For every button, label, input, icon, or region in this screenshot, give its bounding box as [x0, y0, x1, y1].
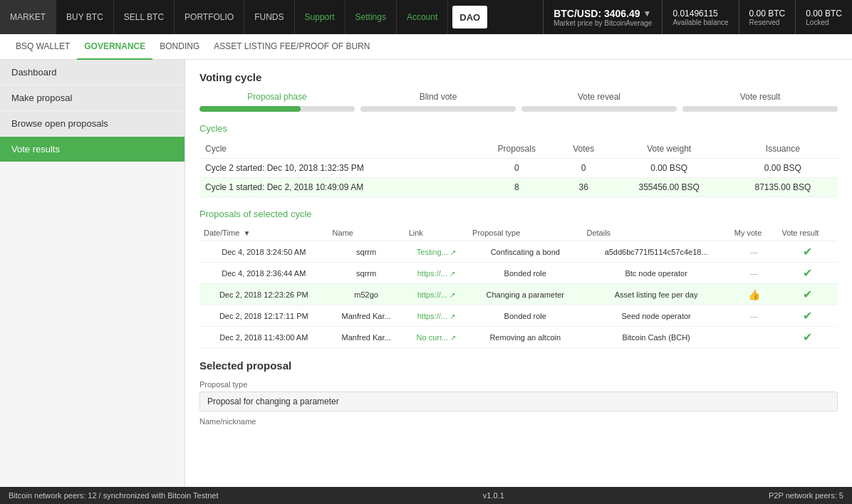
nav-portfolio[interactable]: PORTFOLIO: [175, 0, 244, 34]
proposal-type-label: Proposal type: [199, 380, 838, 389]
p1-voteresult: ✔: [777, 241, 838, 263]
col-header-issuance: Issuance: [728, 140, 838, 159]
p5-myvote: [730, 327, 778, 348]
cycle-2-proposals: 8: [477, 178, 557, 197]
p4-link[interactable]: https://... ↗: [405, 305, 468, 327]
p3-date: Dec 2, 2018 12:23:26 PM: [199, 284, 328, 305]
proposal-row-3[interactable]: Dec 2, 2018 12:23:26 PM m52go https://..…: [199, 284, 838, 305]
p1-link[interactable]: Testing... ↗: [405, 241, 468, 263]
p1-details: a5dd6bc771f5114c57c4e18...: [582, 241, 729, 263]
locked-section: 0.00 BTC Locked: [795, 0, 852, 34]
p2-details: Btc node operator: [582, 263, 729, 284]
cycle-1-issuance: 0.00 BSQ: [728, 159, 838, 178]
col-header-proposals: Proposals: [477, 140, 557, 159]
p5-date: Dec 2, 2018 11:43:00 AM: [199, 327, 328, 348]
proposal-row-2[interactable]: Dec 4, 2018 2:36:44 AM sqrrm https://...…: [199, 263, 838, 284]
col-proposal-type: Proposal type: [468, 225, 582, 241]
tab-bsq-wallet[interactable]: BSQ WALLET: [9, 34, 77, 60]
col-link: Link: [405, 225, 468, 241]
btc-price: BTC/USD: 3406.49: [554, 8, 640, 19]
nav-market[interactable]: MARKET: [0, 0, 56, 34]
col-header-voteweight: Vote weight: [611, 140, 728, 159]
cycle-phases: Proposal phase Blind vote Vote reveal Vo…: [199, 92, 838, 112]
p1-type: Confiscating a bond: [468, 241, 582, 263]
phase-vote-reveal: Vote reveal: [521, 92, 677, 112]
nav-account[interactable]: Account: [397, 0, 448, 34]
proposals-title: Proposals of selected cycle: [199, 209, 838, 219]
proposals-section: Proposals of selected cycle Date/Time ▼ …: [199, 209, 838, 348]
main-layout: Dashboard Make proposal Browse open prop…: [0, 60, 852, 487]
p5-details: Bitcoin Cash (BCH): [582, 327, 729, 348]
p3-details: Asset listing fee per day: [582, 284, 729, 305]
dao-button[interactable]: DAO: [452, 6, 487, 28]
locked-label: Locked: [806, 19, 842, 26]
price-arrow: ▼: [643, 9, 652, 19]
p4-date: Dec 2, 2018 12:17:11 PM: [199, 305, 328, 327]
phase-vote-result: Vote result: [682, 92, 838, 112]
phase-blind-label: Blind vote: [360, 92, 516, 102]
p3-link[interactable]: https://... ↗: [405, 284, 468, 305]
p5-link[interactable]: No curr... ↗: [405, 327, 468, 348]
p2-type: Bonded role: [468, 263, 582, 284]
cycle-2-issuance: 87135.00 BSQ: [728, 178, 838, 197]
phase-proposal-label: Proposal phase: [199, 92, 355, 102]
proposal-row-1[interactable]: Dec 4, 2018 3:24:50 AM sqrrm Testing... …: [199, 241, 838, 263]
sidebar-item-dashboard[interactable]: Dashboard: [0, 60, 185, 85]
sub-navigation: BSQ WALLET GOVERNANCE BONDING ASSET LIST…: [0, 34, 852, 60]
p1-date: Dec 4, 2018 3:24:50 AM: [199, 241, 328, 263]
sidebar-item-make-proposal[interactable]: Make proposal: [0, 85, 185, 110]
tab-bonding[interactable]: BONDING: [152, 34, 207, 60]
col-vote-result: Vote result: [777, 225, 838, 241]
tab-governance[interactable]: GOVERNANCE: [77, 34, 152, 60]
selected-proposal-title: Selected proposal: [199, 359, 838, 372]
phase-reveal-bar: [521, 106, 677, 112]
sidebar-item-browse-proposals[interactable]: Browse open proposals: [0, 111, 185, 136]
sidebar-item-vote-results[interactable]: Vote results: [0, 137, 185, 162]
cycles-section: Cycles Cycle Proposals Votes Vote weight…: [199, 123, 838, 197]
tab-asset-listing[interactable]: ASSET LISTING FEE/PROOF OF BURN: [207, 34, 377, 60]
proposal-row-4[interactable]: Dec 2, 2018 12:17:11 PM Manfred Kar... h…: [199, 305, 838, 327]
nav-settings[interactable]: Settings: [346, 0, 397, 34]
p5-voteresult: ✔: [777, 327, 838, 348]
cycle-2-votes: 36: [557, 178, 611, 197]
cycle-row-1[interactable]: Cycle 2 started: Dec 10, 2018 1:32:35 PM…: [199, 159, 838, 178]
cycle-row-2[interactable]: Cycle 1 started: Dec 2, 2018 10:49:09 AM…: [199, 178, 838, 197]
p2-myvote: —: [730, 263, 778, 284]
cycle-2-name: Cycle 1 started: Dec 2, 2018 10:49:09 AM: [199, 178, 477, 197]
p4-type: Bonded role: [468, 305, 582, 327]
phase-result-label: Vote result: [682, 92, 838, 102]
name-nickname-field: Name/nickname: [199, 417, 838, 426]
locked-value: 0.00 BTC: [806, 9, 842, 19]
nav-buy-btc[interactable]: BUY BTC: [56, 0, 114, 34]
phase-blind-vote: Blind vote: [360, 92, 516, 112]
version: v1.0.1: [483, 491, 504, 500]
proposal-row-5[interactable]: Dec 2, 2018 11:43:00 AM Manfred Kar... N…: [199, 327, 838, 348]
sidebar: Dashboard Make proposal Browse open prop…: [0, 60, 185, 487]
p2-name: sqrrm: [328, 263, 405, 284]
price-source: Market price by BitcoinAverage: [554, 19, 652, 27]
proposals-table: Date/Time ▼ Name Link Proposal type Deta…: [199, 225, 838, 348]
nav-funds[interactable]: FUNDS: [244, 0, 294, 34]
sort-arrow-datetime: ▼: [243, 229, 250, 237]
col-details: Details: [582, 225, 729, 241]
cycle-1-name: Cycle 2 started: Dec 10, 2018 1:32:35 PM: [199, 159, 477, 178]
cycles-title: Cycles: [199, 123, 838, 134]
p3-myvote: 👍: [730, 284, 778, 305]
p4-details: Seed node operator: [582, 305, 729, 327]
network-status: Bitcoin network peers: 12 / synchronized…: [9, 491, 219, 500]
p5-type: Removing an altcoin: [468, 327, 582, 348]
voting-cycle-title: Voting cycle: [199, 71, 838, 83]
nav-support[interactable]: Support: [295, 0, 346, 34]
col-header-cycle: Cycle: [199, 140, 477, 159]
col-name: Name: [328, 225, 405, 241]
phase-blind-bar: [360, 106, 516, 112]
phase-proposal-fill: [199, 106, 301, 112]
reserved-section: 0.00 BTC Reserved: [739, 0, 796, 34]
p2-link[interactable]: https://... ↗: [405, 263, 468, 284]
nav-sell-btc[interactable]: SELL BTC: [114, 0, 175, 34]
status-bar: Bitcoin network peers: 12 / synchronized…: [0, 487, 852, 504]
p5-name: Manfred Kar...: [328, 327, 405, 348]
reserved-label: Reserved: [749, 19, 786, 26]
p1-name: sqrrm: [328, 241, 405, 263]
phase-reveal-label: Vote reveal: [521, 92, 677, 102]
